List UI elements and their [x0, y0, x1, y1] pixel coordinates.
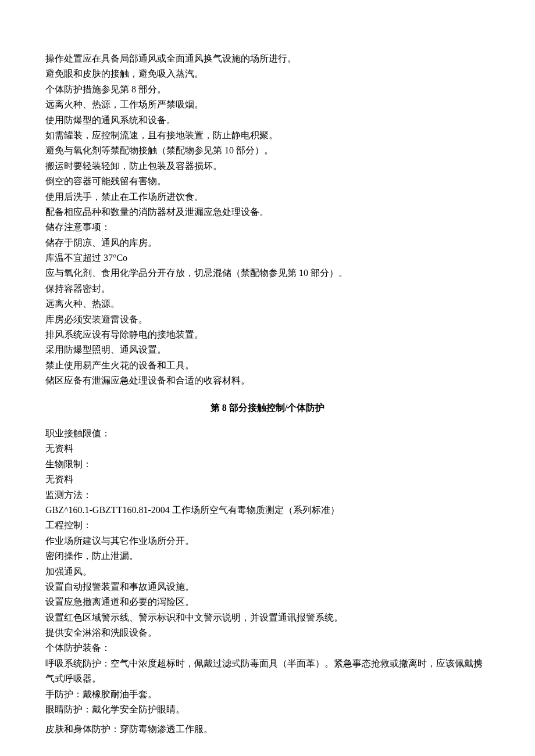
body-text: 避免与氧化剂等禁配物接触（禁配物参见第 10 部分）。	[45, 143, 490, 158]
body-text: 监测方法：	[45, 488, 490, 503]
body-text: 库房必须安装避雷设备。	[45, 312, 490, 327]
body-text: 如需罐装，应控制流速，且有接地装置，防止静电积聚。	[45, 128, 490, 143]
body-text: GBZ^160.1-GBZTT160.81-2004 工作场所空气有毒物质测定（…	[45, 503, 490, 518]
body-text: 储存注意事项：	[45, 220, 490, 235]
body-text: 禁止使用易产生火花的设备和工具。	[45, 358, 490, 373]
body-text: 设置应急撤离通道和必要的泻险区。	[45, 594, 490, 610]
body-text: 个体防护措施参见第 8 部分。	[45, 82, 490, 97]
body-text: 工程控制：	[45, 518, 490, 533]
body-text: 呼吸系统防护：空气中浓度超标时，佩戴过滤式防毒面具（半面革）。紧急事态抢救或撤离…	[45, 656, 490, 687]
section8-block: 职业接触限值： 无资料 生物限制： 无资料 监测方法： GBZ^160.1-GB…	[45, 426, 490, 737]
body-text: 提供安全淋浴和洗眼设备。	[45, 625, 490, 640]
body-text: 手防护：戴橡胶耐油手套。	[45, 687, 490, 702]
body-text: 储区应备有泄漏应急处理设备和合适的收容材料。	[45, 373, 490, 388]
section7-block: 操作处置应在具备局部通风或全面通风换气设施的场所进行。 避免眼和皮肤的接触，避免…	[45, 51, 490, 389]
body-text: 职业接触限值：	[45, 426, 490, 441]
body-text: 避免眼和皮肤的接触，避免吸入蒸汽。	[45, 66, 490, 81]
body-text: 设置自动报警装置和事故通风设施。	[45, 579, 490, 594]
body-text: 搬运时要轻装轻卸，防止包装及容器损坏。	[45, 159, 490, 174]
body-text: 储存于阴凉、通风的库房。	[45, 235, 490, 250]
body-text: 应与氧化剂、食用化学品分开存放，切忌混储（禁配物参见第 10 部分）。	[45, 266, 490, 281]
spacer	[45, 717, 490, 722]
body-text: 个体防护装备：	[45, 640, 490, 655]
body-text: 库温不宜超过 37°Co	[45, 250, 490, 266]
body-text: 使用防爆型的通风系统和设备。	[45, 113, 490, 128]
body-text: 远离火种、热源，工作场所严禁吸烟。	[45, 97, 490, 112]
body-text: 眼睛防护：戴化学安全防护眼睛。	[45, 702, 490, 717]
body-text: 配备相应品种和数量的消防器材及泄漏应急处理设备。	[45, 205, 490, 220]
body-text: 作业场所建议与其它作业场所分开。	[45, 533, 490, 549]
body-text: 加强通风。	[45, 564, 490, 579]
body-text: 保持容器密封。	[45, 281, 490, 296]
body-text: 设置红色区域警示线、警示标识和中文警示说明，并设置通讯报警系统。	[45, 610, 490, 625]
body-text: 倒空的容器可能残留有害物。	[45, 174, 490, 189]
section8-heading: 第 8 部分接触控制/个体防护	[45, 400, 490, 415]
body-text: 远离火种、热源。	[45, 296, 490, 311]
body-text: 皮肤和身体防护：穿防毒物渗透工作服。	[45, 722, 490, 737]
body-text: 操作处置应在具备局部通风或全面通风换气设施的场所进行。	[45, 51, 490, 66]
body-text: 生物限制：	[45, 457, 490, 472]
body-text: 无资料	[45, 472, 490, 487]
body-text: 无资料	[45, 441, 490, 456]
body-text: 密闭操作，防止泄漏。	[45, 549, 490, 564]
body-text: 排风系统应设有导除静电的接地装置。	[45, 327, 490, 342]
body-text: 使用后洗手，禁止在工作场所进饮食。	[45, 189, 490, 205]
document-page: 操作处置应在具备局部通风或全面通风换气设施的场所进行。 避免眼和皮肤的接触，避免…	[0, 0, 535, 756]
body-text: 采用防爆型照明、通风设置。	[45, 342, 490, 357]
